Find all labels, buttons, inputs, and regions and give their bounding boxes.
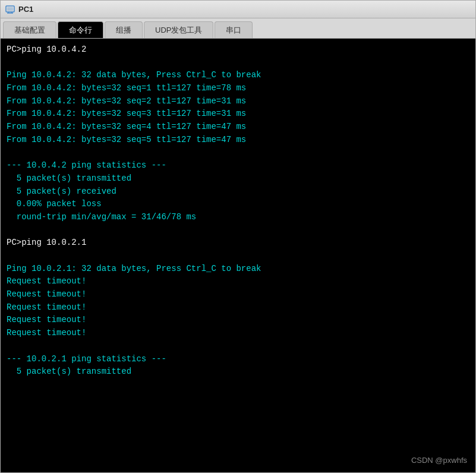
- terminal-line: Request timeout!: [7, 288, 469, 301]
- terminal-line: [7, 147, 469, 160]
- svg-rect-4: [7, 7, 13, 11]
- tab-0[interactable]: 基础配置: [3, 21, 56, 38]
- terminal-line: From 10.0.4.2: bytes=32 seq=1 ttl=127 ti…: [7, 82, 469, 95]
- terminal-line: PC>ping 10.0.2.1: [7, 236, 469, 250]
- terminal-line: From 10.0.4.2: bytes=32 seq=3 ttl=127 ti…: [7, 108, 469, 121]
- terminal-line: [7, 224, 469, 237]
- terminal-line: round-trip min/avg/max = 31/46/78 ms: [7, 211, 469, 224]
- title-bar: PC1: [1, 1, 475, 18]
- terminal-line: From 10.0.4.2: bytes=32 seq=2 ttl=127 ti…: [7, 95, 469, 108]
- terminal-line: --- 10.0.4.2 ping statistics ---: [7, 159, 469, 172]
- terminal-line: PC>ping 10.0.4.2: [7, 43, 469, 56]
- terminal-line: [7, 250, 469, 263]
- terminal-area[interactable]: PC>ping 10.0.4.2 Ping 10.0.4.2: 32 data …: [1, 39, 475, 472]
- terminal-line: 5 packet(s) transmitted: [7, 365, 469, 379]
- terminal-line: Ping 10.0.2.1: 32 data bytes, Press Ctrl…: [7, 263, 469, 276]
- terminal-line: [7, 340, 469, 353]
- tab-1[interactable]: 命令行: [58, 21, 103, 38]
- tab-2[interactable]: 组播: [105, 21, 143, 38]
- terminal-line: 5 packet(s) transmitted: [7, 172, 469, 185]
- terminal-line: Request timeout!: [7, 314, 469, 327]
- terminal-line: Request timeout!: [7, 327, 469, 340]
- watermark: CSDN @pxwhfs: [411, 455, 467, 466]
- terminal-line: 5 packet(s) received: [7, 185, 469, 198]
- window-icon: [5, 5, 15, 14]
- terminal-line: [7, 56, 469, 70]
- terminal-line: From 10.0.4.2: bytes=32 seq=4 ttl=127 ti…: [7, 121, 469, 134]
- terminal-line: Request timeout!: [7, 301, 469, 314]
- tab-4[interactable]: 串口: [215, 21, 253, 38]
- terminal-line: Request timeout!: [7, 275, 469, 288]
- terminal-line: --- 10.0.2.1 ping statistics ---: [7, 353, 469, 366]
- terminal-line: From 10.0.4.2: bytes=32 seq=5 ttl=127 ti…: [7, 134, 469, 147]
- main-window: PC1 基础配置命令行组播UDP发包工具串口 PC>ping 10.0.4.2 …: [0, 0, 476, 473]
- window-title: PC1: [18, 5, 33, 14]
- terminal-line: 0.00% packet loss: [7, 198, 469, 211]
- tabs-bar: 基础配置命令行组播UDP发包工具串口: [1, 18, 475, 39]
- terminal-line: Ping 10.0.4.2: 32 data bytes, Press Ctrl…: [7, 69, 469, 82]
- tab-3[interactable]: UDP发包工具: [144, 21, 213, 38]
